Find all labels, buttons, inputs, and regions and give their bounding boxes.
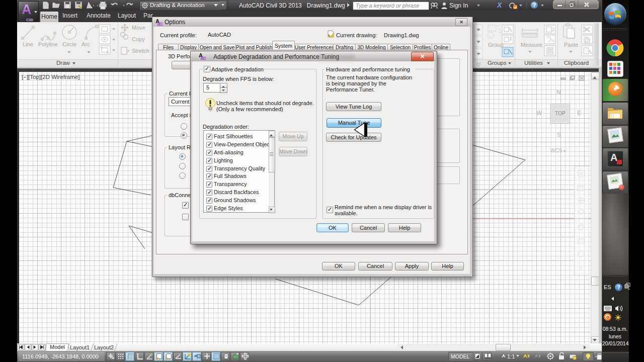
svg-text:Copy: Copy [132,36,145,42]
svg-text:Circle: Circle [62,41,76,47]
svg-text:Measure: Measure [521,42,542,48]
svg-text:Paste: Paste [564,42,578,48]
svg-text:Arc: Arc [82,41,90,47]
svg-text:C3D: C3D [201,57,206,60]
svg-text:1:1: 1:1 [507,353,515,359]
svg-text:C3D: C3D [158,23,163,26]
svg-text:Stretch: Stretch [132,48,149,54]
svg-text:Polyline: Polyline [38,41,58,47]
svg-text:Line: Line [23,41,33,47]
svg-text:Group: Group [488,42,504,48]
svg-text:Move: Move [132,25,145,31]
